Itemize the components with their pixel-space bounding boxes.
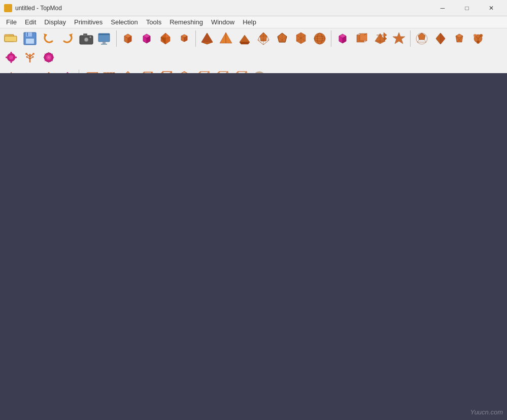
svg-rect-94 [11, 52, 12, 54]
shape-pink-cube-button[interactable] [138, 29, 156, 48]
svg-line-66 [364, 41, 367, 42]
shape-pentagon-button[interactable] [273, 29, 291, 48]
svg-point-11 [85, 38, 88, 41]
svg-point-110 [48, 56, 50, 58]
close-button[interactable]: ✕ [480, 0, 503, 16]
title-bar: untitled - TopMod ─ □ ✕ [0, 0, 507, 16]
svg-point-13 [90, 37, 91, 38]
svg-rect-16 [103, 42, 106, 44]
shape-icosahedron-button[interactable] [254, 29, 273, 48]
svg-rect-4 [26, 33, 32, 37]
menu-tools[interactable]: Tools [142, 16, 165, 28]
settings-button[interactable] [40, 48, 58, 67]
svg-point-105 [26, 56, 28, 58]
minimize-button[interactable]: ─ [431, 0, 454, 16]
menu-remeshing[interactable]: Remeshing [165, 16, 207, 28]
svg-rect-96 [6, 57, 8, 58]
svg-rect-97 [15, 57, 17, 58]
display-mode-button[interactable] [96, 29, 114, 48]
open-button[interactable] [2, 29, 20, 48]
shape-node-button[interactable] [469, 29, 487, 48]
svg-rect-63 [360, 34, 367, 41]
svg-marker-27 [165, 33, 170, 38]
shape-pyramid-button[interactable] [198, 29, 216, 48]
svg-rect-15 [98, 34, 110, 35]
menu-help[interactable]: Help [239, 16, 260, 28]
canvas-area[interactable] [0, 73, 507, 420]
svg-line-64 [357, 34, 360, 35]
window-controls: ─ □ ✕ [431, 0, 503, 16]
separator-4 [410, 30, 411, 47]
redo-button[interactable] [58, 29, 77, 48]
camera-button[interactable] [77, 29, 95, 48]
shape-sphere-button[interactable] [311, 29, 329, 48]
shape-diamond-button[interactable] [156, 29, 175, 48]
svg-marker-80 [441, 33, 445, 44]
svg-point-107 [29, 54, 31, 56]
svg-line-75 [424, 40, 426, 42]
undo-button[interactable] [40, 29, 58, 48]
svg-rect-17 [101, 44, 107, 45]
svg-marker-111 [48, 52, 50, 53]
shape-gear-button[interactable] [2, 48, 20, 67]
svg-marker-35 [201, 42, 213, 44]
svg-marker-38 [240, 35, 250, 42]
svg-rect-1 [5, 36, 17, 42]
separator-2 [195, 30, 196, 47]
svg-rect-2 [5, 35, 9, 36]
shape-twisted-button[interactable] [450, 29, 468, 48]
window-title: untitled - TopMod [15, 5, 431, 12]
svg-point-104 [32, 53, 35, 55]
svg-marker-39 [240, 42, 250, 44]
svg-marker-113 [43, 57, 45, 58]
menu-file[interactable]: File [2, 16, 21, 28]
svg-rect-95 [11, 61, 12, 63]
svg-marker-112 [48, 61, 50, 63]
separator-3 [331, 30, 331, 47]
shape-cube-button[interactable] [119, 29, 137, 48]
save-button[interactable] [21, 29, 39, 48]
svg-marker-72 [393, 33, 405, 44]
svg-line-76 [417, 40, 419, 42]
shape-small-cube-button[interactable] [175, 29, 193, 48]
shape-flat-pyramid-button[interactable] [235, 29, 254, 48]
shape-hexagon-button[interactable] [292, 29, 310, 48]
maximize-button[interactable]: □ [455, 0, 479, 16]
shape-dodecahedron-button[interactable] [413, 29, 431, 48]
menu-bar: File Edit Display Primitives Selection T… [0, 16, 507, 28]
shape-branch-button[interactable] [21, 48, 39, 67]
svg-point-93 [9, 55, 13, 59]
shape-octa-button[interactable] [431, 29, 450, 48]
menu-primitives[interactable]: Primitives [70, 16, 107, 28]
shape-tri-pyramid-button[interactable] [217, 29, 235, 48]
menu-selection[interactable]: Selection [107, 16, 142, 28]
menu-window[interactable]: Window [207, 16, 239, 28]
shape-arrow-button[interactable] [371, 29, 389, 48]
watermark: Yuucn.com [470, 408, 503, 416]
svg-marker-74 [418, 33, 425, 40]
svg-rect-6 [27, 33, 28, 36]
svg-rect-5 [26, 39, 34, 44]
menu-display[interactable]: Display [40, 16, 70, 28]
shape-special1-button[interactable] [333, 29, 352, 48]
app-icon [4, 4, 12, 12]
toolbar-row1 [0, 28, 507, 68]
svg-point-103 [25, 53, 27, 55]
svg-marker-114 [53, 57, 54, 58]
svg-point-106 [32, 56, 34, 58]
svg-rect-12 [83, 34, 87, 36]
menu-edit[interactable]: Edit [21, 16, 40, 28]
shape-star-button[interactable] [390, 29, 408, 48]
separator-1 [116, 30, 117, 47]
svg-marker-79 [436, 33, 441, 44]
shape-box-mesh-button[interactable] [352, 29, 370, 48]
